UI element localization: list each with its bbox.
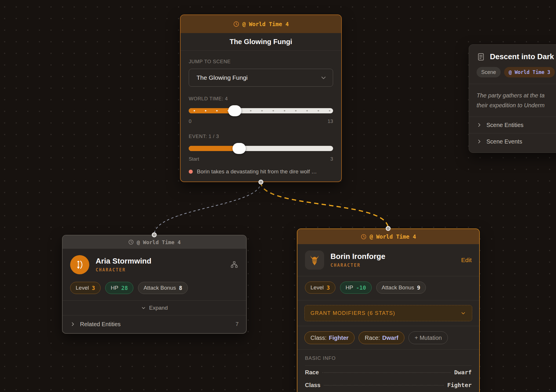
world-time-max: 13	[328, 119, 333, 124]
node-header-world-time: @ World Time 4	[297, 229, 479, 244]
divider	[297, 300, 479, 300]
event-slider-thumb[interactable]	[232, 143, 246, 154]
stat-badge-attack-bonus: Attack Bonus8	[138, 282, 188, 294]
clock-icon	[233, 21, 239, 27]
grant-modifiers-button[interactable]: GRANT MODIFIERS (6 STATS)	[304, 305, 472, 321]
stat-badge-hp: HP28	[105, 282, 133, 294]
world-time-label: WORLD TIME: 4	[189, 96, 333, 102]
divider	[469, 84, 556, 84]
chevron-down-icon	[141, 305, 146, 311]
basic-info-label: BASIC INFO	[297, 350, 479, 365]
expand-button[interactable]: Expand	[63, 301, 246, 315]
scene-description: The party gathers at the ta their expedi…	[477, 90, 556, 110]
chevron-right-icon	[477, 122, 482, 128]
modifier-badge-race[interactable]: Race:Dwarf	[359, 331, 404, 344]
port-borin-in[interactable]	[386, 226, 391, 231]
dotted-leader	[322, 372, 451, 373]
avatar-borin	[305, 251, 324, 270]
add-mutation-button[interactable]: + Mutation	[408, 331, 448, 344]
clock-icon	[361, 234, 367, 240]
stat-badge-hp: HP-10	[340, 282, 372, 294]
chevron-right-icon	[477, 139, 482, 144]
event-min: Start	[189, 156, 199, 162]
world-time-badge: @ World Time 4	[242, 21, 289, 27]
scene-select-value: The Glowing Fungi	[197, 74, 320, 81]
node-header-world-time: @ World Time 4	[181, 15, 341, 33]
dwarf-icon	[308, 254, 321, 266]
stat-badge-attack-bonus: Attack Bonus9	[376, 282, 426, 294]
stat-badge-level: Level3	[70, 282, 101, 294]
scene-info-card: Descent into Dark Scene @ World Time 3 T…	[469, 44, 556, 153]
current-event-row: Borin takes a devastating hit from the d…	[189, 168, 333, 175]
world-time-min: 0	[189, 119, 191, 124]
world-time-badge: @ World Time 4	[137, 239, 181, 245]
event-status-dot	[189, 170, 193, 174]
scene-jump-node: @ World Time 4 The Glowing Fungi JUMP TO…	[180, 14, 342, 182]
scene-entities-row[interactable]: Scene Entities	[477, 117, 556, 133]
chevron-down-icon	[320, 74, 327, 81]
scene-world-time-badge: @ World Time 3	[504, 67, 555, 77]
character-card-borin: @ World Time 4 Borin Ironforge CHARACTER…	[297, 228, 480, 392]
chevron-down-icon	[460, 310, 466, 316]
document-icon	[477, 52, 485, 61]
node-header-world-time: @ World Time 4	[63, 235, 246, 249]
info-row-class: Class Fighter	[297, 378, 479, 391]
bow-arrow-icon	[74, 259, 85, 270]
scene-node-title: The Glowing Fungi	[181, 33, 341, 51]
jump-to-scene-label: JUMP TO SCENE	[189, 59, 333, 65]
related-entities-count: 7	[235, 321, 239, 327]
clock-icon	[128, 239, 134, 245]
character-name: Borin Ironforge	[330, 252, 455, 261]
avatar-aria	[70, 255, 89, 274]
event-max: 3	[330, 156, 333, 162]
character-type-label: CHARACTER	[96, 267, 224, 273]
scene-select[interactable]: The Glowing Fungi	[189, 69, 333, 87]
node-editor-canvas[interactable]: @ World Time 4 The Glowing Fungi JUMP TO…	[0, 0, 556, 392]
edit-button[interactable]: Edit	[461, 257, 472, 264]
world-time-badge: @ World Time 4	[370, 233, 416, 240]
hierarchy-icon[interactable]	[230, 260, 239, 269]
wire-to-aria	[154, 182, 261, 235]
character-type-label: CHARACTER	[330, 263, 455, 268]
event-label: EVENT: 1 / 3	[189, 134, 333, 139]
character-card-aria: @ World Time 4 Aria Stormwind CHARACTER …	[62, 235, 247, 334]
scene-card-title: Descent into Dark	[490, 52, 554, 61]
world-time-slider[interactable]	[189, 108, 333, 113]
event-slider[interactable]	[189, 146, 333, 151]
world-time-slider-thumb[interactable]	[228, 105, 241, 116]
modifier-badge-class[interactable]: Class:Fighter	[304, 331, 355, 344]
scene-events-row[interactable]: Scene Events	[477, 133, 556, 150]
info-row-race: Race Dwarf	[297, 366, 479, 378]
stat-badge-level: Level3	[305, 282, 335, 294]
port-scene-node-out[interactable]	[259, 180, 264, 185]
port-aria-in[interactable]	[152, 233, 157, 237]
related-entities-row[interactable]: Related Entities 7	[63, 315, 246, 333]
event-description: Borin takes a devastating hit from the d…	[197, 168, 317, 175]
scene-type-badge: Scene	[477, 67, 501, 77]
dotted-leader	[324, 385, 444, 386]
chevron-right-icon	[70, 322, 75, 327]
wire-to-borin	[261, 182, 388, 228]
character-name: Aria Stormwind	[96, 257, 224, 266]
